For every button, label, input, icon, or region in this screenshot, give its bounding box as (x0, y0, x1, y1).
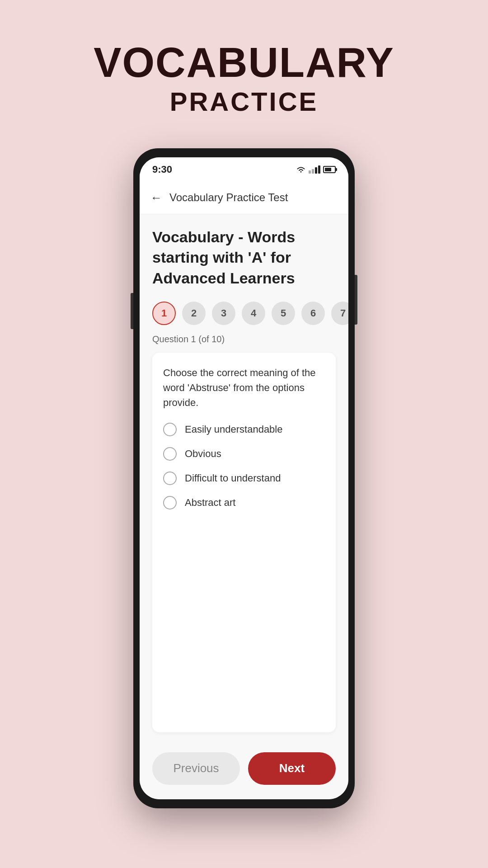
question-numbers: 1 2 3 4 5 6 7 (152, 302, 336, 325)
quiz-heading: Vocabulary - Words starting with 'A' for… (152, 227, 336, 289)
q-circle-6[interactable]: 6 (301, 302, 325, 325)
status-bar: 9:30 (140, 157, 348, 182)
q-circle-3[interactable]: 3 (212, 302, 235, 325)
back-button[interactable]: ← (150, 191, 162, 205)
option-item-1[interactable]: Easily understandable (163, 423, 325, 436)
q-circle-5[interactable]: 5 (272, 302, 295, 325)
nav-bar: ← Vocabulary Practice Test (140, 182, 348, 214)
q-circle-2[interactable]: 2 (182, 302, 206, 325)
q-circle-7[interactable]: 7 (331, 302, 348, 325)
radio-option-3[interactable] (163, 472, 177, 485)
q-circle-4[interactable]: 4 (242, 302, 265, 325)
radio-option-4[interactable] (163, 496, 177, 509)
option-item-2[interactable]: Obvious (163, 447, 325, 461)
q-circle-1[interactable]: 1 (152, 302, 176, 325)
page-title-practice: PRACTICE (94, 86, 394, 117)
previous-button[interactable]: Previous (152, 752, 240, 785)
option-label-1: Easily understandable (185, 424, 282, 435)
radio-option-2[interactable] (163, 447, 177, 461)
main-content: Vocabulary - Words starting with 'A' for… (140, 214, 348, 743)
signal-icon (309, 165, 320, 174)
option-item-4[interactable]: Abstract art (163, 496, 325, 509)
question-card: Choose the correct meaning of the word '… (152, 353, 336, 732)
question-counter: Question 1 (of 10) (152, 334, 336, 344)
page-header: VOCABULARY PRACTICE (94, 41, 394, 117)
option-label-2: Obvious (185, 448, 221, 460)
nav-title: Vocabulary Practice Test (169, 191, 288, 204)
page-title-vocab: VOCABULARY (94, 41, 394, 85)
next-button[interactable]: Next (248, 752, 336, 785)
status-icons (296, 165, 336, 174)
option-item-3[interactable]: Difficult to understand (163, 472, 325, 485)
phone-screen: 9:30 (140, 157, 348, 799)
wifi-icon (296, 165, 306, 174)
option-label-3: Difficult to understand (185, 472, 281, 484)
radio-option-1[interactable] (163, 423, 177, 436)
question-text: Choose the correct meaning of the word '… (163, 365, 325, 410)
option-label-4: Abstract art (185, 497, 235, 509)
status-time: 9:30 (152, 164, 172, 175)
phone-device: 9:30 (133, 148, 355, 808)
bottom-nav: Previous Next (140, 743, 348, 799)
battery-icon (323, 166, 336, 173)
